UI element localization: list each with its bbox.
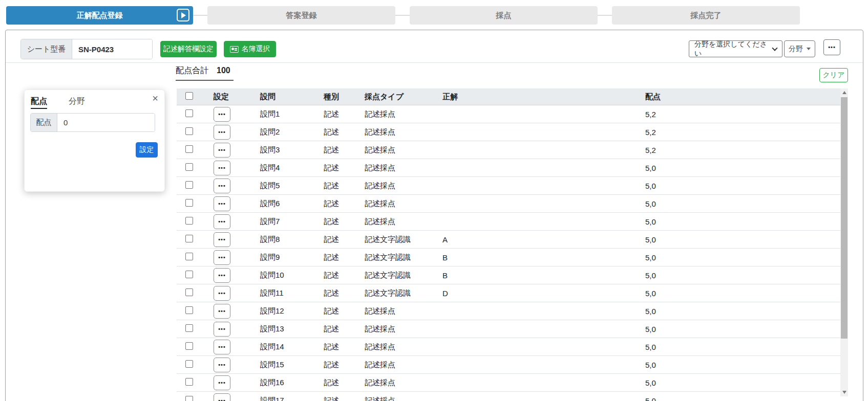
ellipsis-icon: ••• bbox=[828, 44, 836, 50]
row-checkbox[interactable] bbox=[185, 396, 193, 401]
close-icon[interactable]: × bbox=[152, 93, 158, 103]
answer-cell: D bbox=[433, 289, 638, 298]
ellipsis-icon: ••• bbox=[218, 165, 226, 171]
row-checkbox[interactable] bbox=[185, 127, 193, 135]
scroll-down-icon[interactable] bbox=[840, 388, 848, 396]
table-row: ••• 設問10 記述 記述文字認識 B 5,0 bbox=[177, 266, 840, 284]
type-cell: 記述 bbox=[315, 360, 356, 370]
roster-select-button[interactable]: 名簿選択 bbox=[224, 41, 276, 57]
step-scoring[interactable]: 採点 bbox=[410, 6, 598, 25]
play-icon bbox=[181, 12, 186, 18]
ellipsis-icon: ••• bbox=[218, 344, 226, 350]
step-answer-sheet-registration[interactable]: 答案登録 bbox=[207, 6, 395, 25]
sheet-model-group: シート型番 SN-P0423 bbox=[20, 39, 153, 59]
table-row: ••• 設問12 記述 記述採点 5,0 bbox=[177, 302, 840, 320]
ellipsis-icon: ••• bbox=[218, 201, 226, 207]
type-cell: 記述 bbox=[315, 271, 356, 280]
row-checkbox[interactable] bbox=[185, 288, 193, 296]
tab-points[interactable]: 配点 bbox=[31, 96, 47, 109]
row-settings-button[interactable]: ••• bbox=[214, 304, 230, 319]
row-checkbox[interactable] bbox=[185, 324, 193, 332]
row-settings-button[interactable]: ••• bbox=[214, 268, 230, 283]
sheet-model-value[interactable]: SN-P0423 bbox=[72, 39, 152, 59]
row-settings-button[interactable]: ••• bbox=[214, 214, 230, 229]
ellipsis-icon: ••• bbox=[218, 237, 226, 242]
clear-button-label: クリア bbox=[823, 71, 845, 80]
category-dropdown-button[interactable]: 分野 bbox=[784, 40, 815, 57]
type-cell: 記述 bbox=[315, 396, 356, 401]
caret-down-icon bbox=[807, 48, 811, 50]
question-cell: 設問16 bbox=[251, 378, 315, 388]
scoring-type-cell: 記述採点 bbox=[356, 163, 433, 173]
ellipsis-icon: ••• bbox=[218, 112, 226, 117]
next-step-icon[interactable] bbox=[177, 9, 189, 21]
points-cell: 5,0 bbox=[638, 343, 840, 351]
row-checkbox[interactable] bbox=[185, 199, 193, 207]
row-checkbox[interactable] bbox=[185, 217, 193, 225]
table-row: ••• 設問13 記述 記述採点 5,0 bbox=[177, 320, 840, 338]
row-settings-button[interactable]: ••• bbox=[214, 125, 230, 140]
toolbar-more-button[interactable]: ••• bbox=[823, 39, 840, 55]
scoring-type-cell: 記述採点 bbox=[356, 306, 433, 316]
category-select[interactable]: 分野を選択してください bbox=[689, 40, 782, 57]
scrollbar-thumb[interactable] bbox=[841, 97, 848, 339]
total-points-label: 配点合計 bbox=[176, 65, 208, 76]
row-checkbox[interactable] bbox=[185, 235, 193, 242]
row-checkbox[interactable] bbox=[185, 181, 193, 189]
select-all-checkbox[interactable] bbox=[185, 92, 193, 100]
row-checkbox[interactable] bbox=[185, 145, 193, 153]
question-cell: 設問5 bbox=[251, 181, 315, 191]
row-settings-button[interactable]: ••• bbox=[214, 143, 230, 158]
row-checkbox[interactable] bbox=[185, 253, 193, 260]
scroll-up-icon[interactable] bbox=[840, 88, 848, 97]
type-cell: 記述 bbox=[315, 145, 356, 155]
row-settings-button[interactable]: ••• bbox=[214, 250, 230, 265]
step-connector bbox=[598, 15, 612, 16]
table-row: ••• 設問7 記述 記述採点 5,0 bbox=[177, 213, 840, 231]
points-cell: 5,2 bbox=[638, 128, 840, 137]
row-settings-button[interactable]: ••• bbox=[214, 393, 230, 401]
row-settings-button[interactable]: ••• bbox=[214, 375, 230, 390]
row-settings-button[interactable]: ••• bbox=[214, 196, 230, 211]
row-checkbox[interactable] bbox=[185, 342, 193, 350]
row-checkbox[interactable] bbox=[185, 109, 193, 117]
row-checkbox[interactable] bbox=[185, 360, 193, 368]
row-settings-button[interactable]: ••• bbox=[214, 322, 230, 337]
points-input[interactable]: 0 bbox=[57, 114, 155, 131]
row-settings-button[interactable]: ••• bbox=[214, 358, 230, 372]
type-cell: 記述 bbox=[315, 109, 356, 119]
row-settings-button[interactable]: ••• bbox=[214, 340, 230, 354]
table-scrollbar[interactable] bbox=[840, 88, 848, 396]
row-settings-button[interactable]: ••• bbox=[214, 179, 230, 193]
points-submit-label: 設定 bbox=[140, 145, 154, 154]
header-scoring-type: 採点タイプ bbox=[356, 92, 433, 102]
question-cell: 設問4 bbox=[251, 163, 315, 173]
type-cell: 記述 bbox=[315, 217, 356, 227]
step-answer-points-registration[interactable]: 正解配点登録 bbox=[6, 6, 193, 25]
chevron-down-icon bbox=[772, 45, 777, 51]
points-cell: 5,2 bbox=[638, 110, 840, 119]
roster-select-label: 名簿選択 bbox=[242, 44, 270, 54]
row-settings-button[interactable]: ••• bbox=[214, 107, 230, 122]
points-submit-button[interactable]: 設定 bbox=[136, 142, 158, 158]
points-cell: 5,0 bbox=[638, 361, 840, 369]
step-connector bbox=[395, 15, 410, 16]
question-cell: 設問10 bbox=[251, 271, 315, 280]
points-cell: 5,0 bbox=[638, 182, 840, 190]
row-checkbox[interactable] bbox=[185, 378, 193, 386]
table-row: ••• 設問8 記述 記述文字認識 A 5,0 bbox=[177, 231, 840, 249]
row-checkbox[interactable] bbox=[185, 271, 193, 278]
row-settings-button[interactable]: ••• bbox=[214, 161, 230, 175]
answer-area-settings-button[interactable]: 記述解答欄設定 bbox=[160, 41, 217, 57]
points-cell: 5,0 bbox=[638, 396, 840, 401]
points-cell: 5,0 bbox=[638, 271, 840, 280]
step-scoring-complete[interactable]: 採点完了 bbox=[612, 6, 800, 25]
clear-button[interactable]: クリア bbox=[819, 68, 848, 82]
row-settings-button[interactable]: ••• bbox=[214, 232, 230, 247]
row-checkbox[interactable] bbox=[185, 306, 193, 314]
row-checkbox[interactable] bbox=[185, 163, 193, 171]
tab-category[interactable]: 分野 bbox=[69, 96, 85, 107]
points-cell: 5,0 bbox=[638, 235, 840, 244]
table-row: ••• 設問16 記述 記述採点 5,0 bbox=[177, 374, 840, 392]
row-settings-button[interactable]: ••• bbox=[214, 286, 230, 301]
